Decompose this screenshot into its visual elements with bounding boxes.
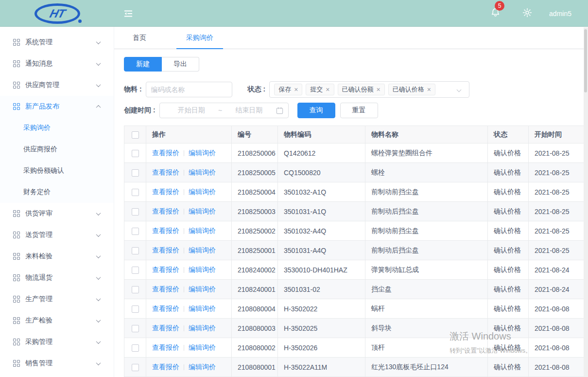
cell-material-code: H-3502025 xyxy=(278,319,365,338)
sidebar-item[interactable]: 新产品发布 xyxy=(0,96,114,117)
link-separator xyxy=(184,364,184,370)
edit-inquiry-link[interactable]: 编辑询价 xyxy=(189,149,216,157)
sidebar-item[interactable]: 通知消息 xyxy=(0,53,114,74)
reset-button[interactable]: 重置 xyxy=(340,103,378,118)
company-logo[interactable]: HT xyxy=(35,3,80,24)
grid-icon xyxy=(13,210,20,217)
cell-actions: 查看报价编辑询价 xyxy=(146,260,232,280)
edit-inquiry-link[interactable]: 编辑询价 xyxy=(189,343,216,351)
view-quote-link[interactable]: 查看报价 xyxy=(152,227,179,234)
sidebar-item[interactable]: 送货管理 xyxy=(0,224,114,246)
cell-start-date: 2021-08-08 xyxy=(529,319,588,338)
status-tag[interactable]: 已确认份额 xyxy=(338,84,385,95)
notification-badge: 5 xyxy=(495,1,504,11)
new-button[interactable]: 新建 xyxy=(124,57,162,72)
link-separator xyxy=(184,325,184,331)
view-quote-link[interactable]: 查看报价 xyxy=(152,343,179,351)
sidebar-item[interactable]: 生产管理 xyxy=(0,288,114,310)
view-quote-link[interactable]: 查看报价 xyxy=(152,266,179,273)
link-separator xyxy=(184,345,184,351)
row-checkbox[interactable] xyxy=(132,228,139,235)
sidebar-item[interactable]: 销售管理 xyxy=(0,353,114,374)
cell-status: 确认价格 xyxy=(488,260,529,280)
cell-status: 确认价格 xyxy=(488,221,529,241)
edit-inquiry-link[interactable]: 编辑询价 xyxy=(189,227,216,234)
row-checkbox[interactable] xyxy=(132,305,139,313)
row-checkbox[interactable] xyxy=(132,208,139,215)
status-select[interactable]: 保存 提交 已确认份额 已确认价格 xyxy=(269,81,469,98)
view-quote-link[interactable]: 查看报价 xyxy=(152,207,179,215)
row-checkbox[interactable] xyxy=(132,286,139,293)
sidebar-item[interactable]: 供应商管理 xyxy=(0,74,114,96)
date-range-input[interactable]: 开始日期 ~ 结束日期 xyxy=(159,103,289,118)
collapse-sidebar-icon[interactable] xyxy=(123,8,134,19)
edit-inquiry-link[interactable]: 编辑询价 xyxy=(189,188,216,196)
sidebar-subitem[interactable]: 供应商报价 xyxy=(0,139,114,160)
edit-inquiry-link[interactable]: 编辑询价 xyxy=(189,285,216,293)
edit-inquiry-link[interactable]: 编辑询价 xyxy=(189,168,216,176)
sidebar-item[interactable]: 生产检验 xyxy=(0,310,114,331)
tab-purchase-inquiry[interactable]: 采购询价 xyxy=(176,27,223,49)
cell-material-name: 挡尘盘 xyxy=(365,280,488,299)
sidebar-item[interactable]: 来料检验 xyxy=(0,246,114,267)
row-checkbox[interactable] xyxy=(132,364,139,371)
view-quote-link[interactable]: 查看报价 xyxy=(152,188,179,196)
tag-close-icon[interactable] xyxy=(377,86,380,93)
sidebar-subitem[interactable]: 采购询价 xyxy=(0,117,114,139)
tag-close-icon[interactable] xyxy=(427,86,431,93)
edit-inquiry-link[interactable]: 编辑询价 xyxy=(189,266,216,273)
notification-bell-button[interactable]: 5 xyxy=(490,7,501,19)
view-quote-link[interactable]: 查看报价 xyxy=(152,285,179,293)
query-button[interactable]: 查询 xyxy=(297,103,335,118)
cell-number: 2108250004 xyxy=(232,182,278,202)
row-checkbox[interactable] xyxy=(132,189,139,196)
vertical-scrollbar[interactable] xyxy=(584,27,588,377)
view-quote-link[interactable]: 查看报价 xyxy=(152,149,179,157)
sidebar-item[interactable]: 系统管理 xyxy=(0,32,114,53)
tab-home[interactable]: 首页 xyxy=(123,27,156,49)
status-tag-label: 已确认价格 xyxy=(393,85,424,94)
tag-close-icon[interactable] xyxy=(326,86,329,93)
row-checkbox[interactable] xyxy=(132,247,139,254)
sidebar-item[interactable]: 物流退货 xyxy=(0,267,114,288)
view-quote-link[interactable]: 查看报价 xyxy=(152,246,179,254)
sidebar-item[interactable]: 采购管理 xyxy=(0,331,114,353)
edit-inquiry-link[interactable]: 编辑询价 xyxy=(189,207,216,215)
col-header-start-time: 开始时间 xyxy=(529,126,588,144)
tag-close-icon[interactable] xyxy=(294,86,298,93)
row-checkbox[interactable] xyxy=(132,169,139,177)
cell-actions: 查看报价编辑询价 xyxy=(146,299,232,319)
date-start-placeholder: 开始日期 xyxy=(165,106,218,115)
status-tag-label: 已确认份额 xyxy=(342,85,374,94)
status-tag[interactable]: 保存 xyxy=(274,84,302,95)
view-quote-link[interactable]: 查看报价 xyxy=(152,363,179,371)
edit-inquiry-link[interactable]: 编辑询价 xyxy=(189,324,216,332)
view-quote-link[interactable]: 查看报价 xyxy=(152,305,179,312)
view-quote-link[interactable]: 查看报价 xyxy=(152,168,179,176)
sidebar-subitem[interactable]: 采购份额确认 xyxy=(0,160,114,181)
settings-button[interactable] xyxy=(522,7,533,20)
view-quote-link[interactable]: 查看报价 xyxy=(152,324,179,332)
export-button[interactable]: 导出 xyxy=(162,57,199,72)
status-tag[interactable]: 已确认价格 xyxy=(388,84,435,95)
cell-material-name: 蜗杆 xyxy=(365,299,488,319)
row-checkbox[interactable] xyxy=(132,150,139,157)
edit-inquiry-link[interactable]: 编辑询价 xyxy=(189,246,216,254)
status-tag[interactable]: 提交 xyxy=(306,84,334,95)
scrollbar-thumb[interactable] xyxy=(584,29,587,92)
cell-number: 2108250001 xyxy=(232,241,278,260)
select-all-checkbox[interactable] xyxy=(132,131,139,139)
edit-inquiry-link[interactable]: 编辑询价 xyxy=(189,305,216,312)
cell-number: 2108250002 xyxy=(232,221,278,241)
sidebar-subitem[interactable]: 财务定价 xyxy=(0,181,114,203)
edit-inquiry-link[interactable]: 编辑询价 xyxy=(189,363,216,371)
table-row: 查看报价编辑询价 2108250004 3501032-A1Q 前制动前挡尘盘 … xyxy=(124,182,588,202)
cell-actions: 查看报价编辑询价 xyxy=(146,358,232,377)
row-checkbox[interactable] xyxy=(132,325,139,332)
row-checkbox[interactable] xyxy=(132,344,139,352)
grid-icon xyxy=(13,232,20,238)
sidebar-item[interactable]: 供货评审 xyxy=(0,203,114,224)
material-input[interactable] xyxy=(146,82,232,97)
row-checkbox[interactable] xyxy=(132,267,139,274)
username[interactable]: admin5 xyxy=(549,10,571,18)
